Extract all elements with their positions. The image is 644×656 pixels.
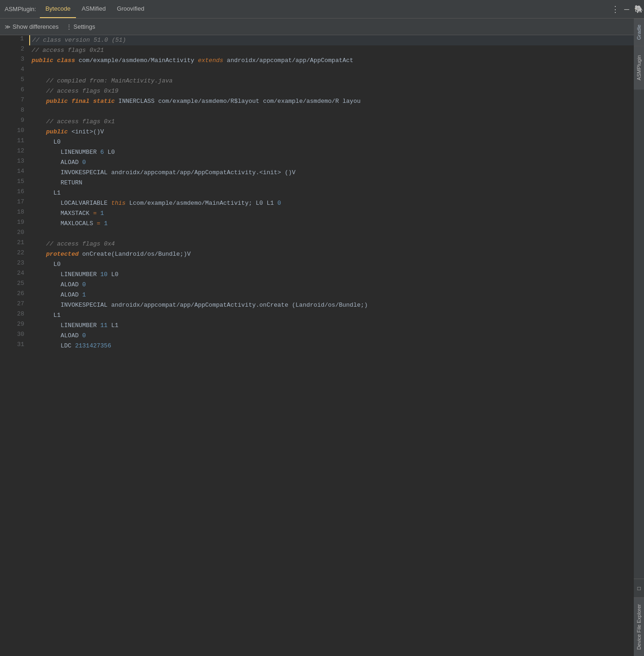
table-row: 10 public <init>()V bbox=[0, 127, 634, 137]
line-content: // access flags 0x19 bbox=[30, 86, 634, 96]
diff-icon: ≫ bbox=[5, 24, 11, 30]
table-row: 23 L0 bbox=[0, 259, 634, 270]
line-content: LOCALVARIABLE this Lcom/example/asmdemo/… bbox=[30, 198, 634, 208]
asm-side-tab[interactable]: ASMPlugin bbox=[634, 45, 644, 89]
table-row: 16 L1 bbox=[0, 188, 634, 198]
table-row: 4 bbox=[0, 66, 634, 76]
settings-btn[interactable]: ⋮ Settings bbox=[66, 23, 95, 30]
line-number: 23 bbox=[0, 259, 30, 270]
line-number: 15 bbox=[0, 178, 30, 188]
more-options-icon[interactable]: ⋮ bbox=[611, 4, 619, 14]
table-row: 14 INVOKESPECIAL androidx/appcompat/app/… bbox=[0, 168, 634, 178]
side-spacer bbox=[634, 89, 644, 578]
line-content: ALOAD 1 bbox=[30, 290, 634, 300]
line-content: MAXLOCALS = 1 bbox=[30, 219, 634, 229]
line-content bbox=[30, 66, 634, 76]
gradle-elephant-icon: 🐘 bbox=[634, 5, 644, 14]
right-panels: 🐘 Gradle ASMPlugin ☐ Device File Explore… bbox=[634, 0, 644, 656]
line-content: LINENUMBER 10 L0 bbox=[30, 270, 634, 280]
line-content: L0 bbox=[30, 259, 634, 270]
line-number: 12 bbox=[0, 147, 30, 158]
code-table: 1// class version 51.0 (51)2// access fl… bbox=[0, 35, 634, 351]
line-number: 1 bbox=[0, 35, 30, 45]
line-content: public class com/example/asmdemo/MainAct… bbox=[30, 56, 634, 66]
plugin-label: ASMPlugin: bbox=[5, 6, 36, 13]
line-number: 30 bbox=[0, 331, 30, 341]
table-row: 13 ALOAD 0 bbox=[0, 158, 634, 168]
line-content: LINENUMBER 11 L1 bbox=[30, 321, 634, 331]
device-icon: ☐ bbox=[637, 584, 641, 592]
line-content: LINENUMBER 6 L0 bbox=[30, 147, 634, 158]
line-number: 26 bbox=[0, 290, 30, 300]
tab-groovified[interactable]: Groovified bbox=[111, 0, 150, 18]
gradle-side-tab[interactable]: Gradle bbox=[634, 19, 644, 45]
line-content: LDC 2131427356 bbox=[30, 341, 634, 351]
line-number: 6 bbox=[0, 86, 30, 96]
tab-bytecode[interactable]: Bytecode bbox=[40, 0, 76, 18]
table-row: 26 ALOAD 1 bbox=[0, 290, 634, 300]
settings-label: Settings bbox=[74, 23, 95, 30]
line-content: ALOAD 0 bbox=[30, 280, 634, 290]
line-content: INVOKESPECIAL androidx/appcompat/app/App… bbox=[30, 168, 634, 178]
toolbar: ≫ Show differences ⋮ Settings bbox=[0, 19, 634, 35]
line-number: 4 bbox=[0, 66, 30, 76]
table-row: 7 public final static INNERCLASS com/exa… bbox=[0, 96, 634, 107]
line-number: 27 bbox=[0, 300, 30, 310]
show-differences-label: Show differences bbox=[13, 23, 59, 30]
line-number: 31 bbox=[0, 341, 30, 351]
line-number: 2 bbox=[0, 45, 30, 56]
table-row: 9 // access flags 0x1 bbox=[0, 117, 634, 127]
line-number: 24 bbox=[0, 270, 30, 280]
table-row: 8 bbox=[0, 107, 634, 117]
line-content: ALOAD 0 bbox=[30, 331, 634, 341]
line-number: 29 bbox=[0, 321, 30, 331]
line-number: 28 bbox=[0, 310, 30, 321]
line-number: 22 bbox=[0, 249, 30, 259]
table-row: 12 LINENUMBER 6 L0 bbox=[0, 147, 634, 158]
tab-asmified[interactable]: ASMified bbox=[76, 0, 111, 18]
line-number: 3 bbox=[0, 56, 30, 66]
table-row: 31 LDC 2131427356 bbox=[0, 341, 634, 351]
table-row: 25 ALOAD 0 bbox=[0, 280, 634, 290]
table-row: 20 bbox=[0, 229, 634, 239]
table-row: 30 ALOAD 0 bbox=[0, 331, 634, 341]
line-number: 13 bbox=[0, 158, 30, 168]
code-container: 1// class version 51.0 (51)2// access fl… bbox=[0, 35, 634, 656]
line-number: 9 bbox=[0, 117, 30, 127]
line-number: 11 bbox=[0, 137, 30, 147]
line-number: 19 bbox=[0, 219, 30, 229]
table-row: 29 LINENUMBER 11 L1 bbox=[0, 321, 634, 331]
line-content: L1 bbox=[30, 188, 634, 198]
line-number: 14 bbox=[0, 168, 30, 178]
line-content: // access flags 0x21 bbox=[30, 45, 634, 56]
line-content: public <init>()V bbox=[30, 127, 634, 137]
minimize-icon[interactable]: — bbox=[624, 5, 629, 14]
table-row: 21 // access flags 0x4 bbox=[0, 239, 634, 249]
device-file-explorer-side-tab[interactable]: Device File Explorer bbox=[634, 597, 644, 656]
main-area: ASMPlugin: Bytecode ASMified Groovified … bbox=[0, 0, 634, 656]
line-content: INVOKESPECIAL androidx/appcompat/app/App… bbox=[30, 300, 634, 310]
table-row: 22 protected onCreate(Landroid/os/Bundle… bbox=[0, 249, 634, 259]
table-row: 17 LOCALVARIABLE this Lcom/example/asmde… bbox=[0, 198, 634, 208]
line-content: // access flags 0x4 bbox=[30, 239, 634, 249]
settings-icon: ⋮ bbox=[66, 24, 72, 30]
line-number: 21 bbox=[0, 239, 30, 249]
line-number: 10 bbox=[0, 127, 30, 137]
tab-bar: ASMPlugin: Bytecode ASMified Groovified … bbox=[0, 0, 634, 19]
line-content: RETURN bbox=[30, 178, 634, 188]
show-differences-btn[interactable]: ≫ Show differences bbox=[5, 23, 59, 30]
line-number: 17 bbox=[0, 198, 30, 208]
line-content: public final static INNERCLASS com/examp… bbox=[30, 96, 634, 107]
table-row: 11 L0 bbox=[0, 137, 634, 147]
line-content: ALOAD 0 bbox=[30, 158, 634, 168]
line-content: MAXSTACK = 1 bbox=[30, 208, 634, 219]
table-row: 27 INVOKESPECIAL androidx/appcompat/app/… bbox=[0, 300, 634, 310]
table-row: 15 RETURN bbox=[0, 178, 634, 188]
table-row: 19 MAXLOCALS = 1 bbox=[0, 219, 634, 229]
table-row: 5 // compiled from: MainActivity.java bbox=[0, 76, 634, 86]
line-number: 20 bbox=[0, 229, 30, 239]
line-content bbox=[30, 107, 634, 117]
table-row: 2// access flags 0x21 bbox=[0, 45, 634, 56]
line-number: 8 bbox=[0, 107, 30, 117]
line-content bbox=[30, 229, 634, 239]
